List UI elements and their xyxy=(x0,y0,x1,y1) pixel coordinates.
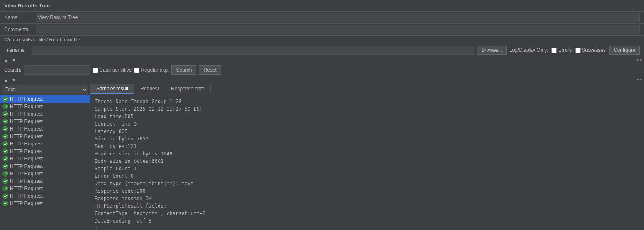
result-line: Thread Name:Thread Group 1-28 xyxy=(95,98,640,105)
shield-icon xyxy=(2,119,8,124)
successes-label: Successes xyxy=(582,47,606,53)
request-item[interactable]: HTTP Request xyxy=(0,140,90,148)
errors-checkbox-label[interactable]: Errors xyxy=(551,47,572,53)
request-item[interactable]: HTTP Request xyxy=(0,200,90,207)
request-item-label: HTTP Request xyxy=(10,141,43,147)
comments-input[interactable] xyxy=(36,25,640,34)
svg-point-2 xyxy=(3,111,8,116)
right-panel: Sampler resultRequestResponse data Threa… xyxy=(90,84,644,230)
request-item[interactable]: HTTP Request xyxy=(0,110,90,118)
request-item[interactable]: HTTP Request xyxy=(0,192,90,200)
request-list: HTTP Request HTTP Request HTTP Request H… xyxy=(0,95,90,230)
result-line: Error Count:0 xyxy=(95,172,640,180)
comments-row: Comments: xyxy=(0,24,644,36)
title-bar: View Results Tree xyxy=(0,0,644,12)
result-line: Load time:805 xyxy=(95,113,640,120)
result-line: Response message:OK xyxy=(95,195,640,202)
svg-point-8 xyxy=(3,156,8,161)
filename-label: Filename xyxy=(4,47,29,53)
shield-icon xyxy=(2,96,8,102)
browse-button[interactable]: Browse... xyxy=(477,46,507,55)
down-button-2[interactable]: ▼ xyxy=(10,77,17,83)
regular-exp-checkbox[interactable] xyxy=(134,68,139,73)
errors-checkbox[interactable] xyxy=(551,48,557,53)
search-input[interactable] xyxy=(24,65,90,75)
write-results-bar: Write results to file / Read from file xyxy=(0,36,644,44)
request-item[interactable]: HTTP Request xyxy=(0,170,90,177)
tab-request[interactable]: Request xyxy=(134,84,165,94)
svg-point-13 xyxy=(3,194,8,199)
svg-point-5 xyxy=(3,134,8,139)
regular-exp-text: Regular exp. xyxy=(141,67,169,73)
result-line: HTTPSampleResult fields: xyxy=(95,202,640,210)
result-line: Sent bytes:121 xyxy=(95,143,640,150)
tab-response-data[interactable]: Response data xyxy=(165,84,211,94)
tab-sampler-result[interactable]: Sampler result xyxy=(90,84,134,94)
search-button[interactable]: Search xyxy=(171,65,196,75)
request-item-label: HTTP Request xyxy=(10,186,43,191)
errors-label: Errors xyxy=(558,47,572,53)
reset-button[interactable]: Reset xyxy=(199,65,221,75)
request-item-label: HTTP Request xyxy=(10,111,43,117)
filename-input[interactable] xyxy=(32,46,474,55)
up-button-2[interactable]: ▲ xyxy=(2,77,10,83)
request-item[interactable]: HTTP Request xyxy=(0,177,90,185)
request-item-label: HTTP Request xyxy=(10,201,43,206)
request-item[interactable]: HTTP Request xyxy=(0,148,90,155)
request-item-label: HTTP Request xyxy=(10,163,43,169)
shield-icon xyxy=(2,148,8,154)
request-item-label: HTTP Request xyxy=(10,178,43,184)
request-item[interactable]: HTTP Request xyxy=(0,118,90,125)
result-line xyxy=(95,225,640,230)
successes-checkbox-label[interactable]: Successes xyxy=(575,47,606,53)
request-item[interactable]: HTTP Request xyxy=(0,185,90,192)
svg-point-14 xyxy=(3,201,8,206)
svg-point-11 xyxy=(3,179,8,184)
shield-icon xyxy=(2,163,8,169)
successes-checkbox[interactable] xyxy=(575,48,581,53)
result-line: Response code:200 xyxy=(95,187,640,195)
comments-label: Comments: xyxy=(4,27,33,32)
result-line: Connect Time:0 xyxy=(95,120,640,128)
request-item-label: HTTP Request xyxy=(10,96,43,102)
svg-point-3 xyxy=(3,119,8,124)
shield-icon xyxy=(2,201,8,206)
filename-row: Filename Browse... Log/Display Only: Err… xyxy=(0,44,644,56)
svg-point-6 xyxy=(3,141,8,146)
svg-point-1 xyxy=(3,104,8,109)
request-item[interactable]: HTTP Request xyxy=(0,133,90,140)
text-dropdown[interactable]: Text xyxy=(2,85,88,94)
name-input[interactable] xyxy=(36,13,640,22)
case-sensitive-checkbox[interactable] xyxy=(93,68,98,73)
case-sensitive-text: Case sensitive xyxy=(99,67,132,73)
configure-button[interactable]: Configure xyxy=(609,46,640,55)
toolbar-row-2: ▲ ▼ ••• xyxy=(0,76,644,84)
shield-icon xyxy=(2,156,8,162)
result-line: Sample Count:1 xyxy=(95,165,640,172)
request-item-label: HTTP Request xyxy=(10,126,43,132)
app-window: View Results Tree Name: Comments: Write … xyxy=(0,0,644,230)
result-line: Data type ("text"|"bin"|""): text xyxy=(95,180,640,187)
down-button[interactable]: ▼ xyxy=(10,57,17,63)
result-content: Thread Name:Thread Group 1-28Sample Star… xyxy=(90,94,644,230)
up-button[interactable]: ▲ xyxy=(2,57,10,63)
shield-icon xyxy=(2,104,8,109)
toolbar-ellipsis-1: ••• xyxy=(636,57,642,63)
result-line: Headers size in bytes:1049 xyxy=(95,150,640,157)
result-line: Sample Start:2025-02-12 11:17:50 EST xyxy=(95,105,640,113)
request-item[interactable]: HTTP Request xyxy=(0,162,90,170)
request-item-label: HTTP Request xyxy=(10,104,43,109)
request-item[interactable]: HTTP Request xyxy=(0,155,90,162)
left-toolbar: Text xyxy=(0,84,90,95)
svg-point-7 xyxy=(3,149,8,154)
request-item[interactable]: HTTP Request xyxy=(0,125,90,133)
toolbar-ellipsis-2: ••• xyxy=(636,77,642,83)
svg-point-12 xyxy=(3,186,8,191)
request-item[interactable]: HTTP Request xyxy=(0,103,90,110)
request-item[interactable]: HTTP Request xyxy=(0,95,90,103)
name-label: Name: xyxy=(4,15,33,20)
result-line: DataEncoding: utf-8 xyxy=(95,217,640,225)
result-line: Size in bytes:7650 xyxy=(95,135,640,143)
regular-exp-label[interactable]: Regular exp. xyxy=(134,67,169,73)
case-sensitive-label[interactable]: Case sensitive xyxy=(93,67,132,73)
